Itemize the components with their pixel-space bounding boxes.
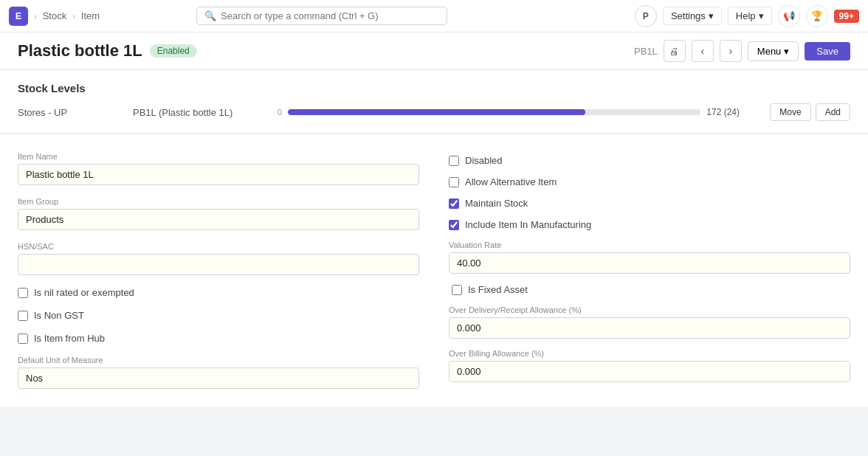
move-button[interactable]: Move (770, 103, 810, 121)
is-nil-rated-checkbox[interactable] (18, 288, 28, 298)
nav-right: P Settings ▾ Help ▾ 📢 🏆 99+ (635, 5, 859, 27)
include-manufacturing-label: Include Item In Manufacturing (465, 219, 591, 230)
is-nil-rated-row: Is nil rated or exempted (18, 287, 419, 298)
menu-chevron-icon: ▾ (784, 46, 789, 57)
search-bar[interactable]: 🔍 (196, 7, 447, 25)
help-button[interactable]: Help ▾ (728, 7, 772, 25)
is-non-gst-row: Is Non GST (18, 310, 419, 321)
stock-levels-title: Stock Levels (18, 82, 850, 94)
is-non-gst-label: Is Non GST (34, 310, 84, 321)
over-delivery-input[interactable] (449, 317, 850, 339)
maintain-stock-label: Maintain Stock (465, 198, 528, 209)
default-uom-label: Default Unit of Measure (18, 356, 419, 365)
search-input[interactable] (221, 10, 439, 21)
over-delivery-field: Over Delivery/Receipt Allowance (%) (449, 305, 850, 339)
hsn-sac-field: HSN/SAC (18, 242, 419, 275)
disabled-row: Disabled (449, 155, 850, 166)
form-left: Item Name Item Group HSN/SAC Is nil rate… (18, 152, 419, 389)
page-title-area: Plastic bottle 1L Enabled (18, 41, 197, 61)
nav-prev-icon[interactable]: ‹ (692, 40, 714, 62)
breadcrumb-sep-1: › (34, 12, 37, 21)
settings-button[interactable]: Settings ▾ (663, 7, 722, 25)
avatar-p-button[interactable]: P (635, 5, 657, 27)
is-fixed-asset-checkbox[interactable] (452, 285, 462, 295)
hsn-sac-input[interactable] (18, 254, 419, 275)
is-item-from-hub-row: Is Item from Hub (18, 333, 419, 344)
progress-value-label: 172 (24) (706, 107, 758, 117)
breadcrumb-stock[interactable]: Stock (43, 10, 67, 21)
app-icon[interactable]: E (9, 7, 28, 26)
stock-item-code: PB1L (Plastic bottle 1L) (133, 107, 266, 118)
item-name-field: Item Name (18, 152, 419, 185)
valuation-rate-field: Valuation Rate (449, 241, 850, 274)
is-nil-rated-label: Is nil rated or exempted (34, 287, 134, 298)
save-button[interactable]: Save (805, 42, 850, 61)
help-chevron-icon: ▾ (759, 10, 764, 21)
is-fixed-asset-label: Is Fixed Asset (468, 284, 528, 295)
menu-button[interactable]: Menu ▾ (748, 41, 799, 61)
form-area: Item Name Item Group HSN/SAC Is nil rate… (0, 134, 868, 407)
over-billing-input[interactable] (449, 361, 850, 382)
status-badge: Enabled (150, 44, 197, 58)
allow-alternative-label: Allow Alternative Item (465, 176, 557, 187)
over-billing-field: Over Billing Allowance (%) (449, 349, 850, 382)
stock-actions: Move Add (770, 103, 850, 121)
page-title: Plastic bottle 1L (18, 41, 142, 61)
header-actions: PB1L 🖨 ‹ › Menu ▾ Save (634, 40, 850, 62)
include-manufacturing-checkbox[interactable] (449, 220, 459, 230)
allow-alternative-row: Allow Alternative Item (449, 176, 850, 187)
maintain-stock-row: Maintain Stock (449, 198, 850, 209)
breadcrumb-item[interactable]: Item (81, 10, 100, 21)
maintain-stock-checkbox[interactable] (449, 198, 459, 209)
notification-badge[interactable]: 99+ (834, 10, 859, 23)
progress-bar (288, 109, 700, 115)
is-item-from-hub-checkbox[interactable] (18, 334, 28, 344)
item-group-label: Item Group (18, 197, 419, 206)
default-uom-input[interactable] (18, 367, 419, 389)
valuation-rate-input[interactable] (449, 252, 850, 274)
search-icon: 🔍 (204, 10, 216, 21)
over-delivery-label: Over Delivery/Receipt Allowance (%) (449, 305, 850, 314)
is-non-gst-checkbox[interactable] (18, 311, 28, 321)
is-item-from-hub-label: Is Item from Hub (34, 333, 105, 344)
breadcrumb-sep-2: › (72, 12, 75, 21)
default-uom-field: Default Unit of Measure (18, 356, 419, 389)
announcement-icon[interactable]: 📢 (778, 5, 800, 27)
page-header: Plastic bottle 1L Enabled PB1L 🖨 ‹ › Men… (0, 32, 868, 70)
print-icon[interactable]: 🖨 (664, 40, 686, 62)
nav-next-icon[interactable]: › (720, 40, 742, 62)
trophy-icon[interactable]: 🏆 (806, 5, 828, 27)
stock-row: Stores - UP PB1L (Plastic bottle 1L) 0 1… (18, 103, 850, 121)
stock-progress-area: 0 172 (24) (278, 107, 758, 117)
stock-levels-section: Stock Levels Stores - UP PB1L (Plastic b… (0, 70, 868, 134)
valuation-rate-label: Valuation Rate (449, 241, 850, 249)
item-group-field: Item Group (18, 197, 419, 230)
navbar: E › Stock › Item 🔍 P Settings ▾ Help ▾ 📢… (0, 0, 868, 32)
allow-alternative-checkbox[interactable] (449, 177, 459, 187)
over-billing-label: Over Billing Allowance (%) (449, 349, 850, 358)
item-name-label: Item Name (18, 152, 419, 161)
item-name-input[interactable] (18, 164, 419, 185)
progress-min-label: 0 (278, 108, 282, 117)
hsn-sac-label: HSN/SAC (18, 242, 419, 251)
is-fixed-asset-row: Is Fixed Asset (449, 284, 850, 295)
disabled-label: Disabled (465, 155, 503, 166)
stock-location: Stores - UP (18, 107, 121, 118)
doc-id: PB1L (634, 46, 658, 57)
add-button[interactable]: Add (816, 103, 850, 121)
item-group-input[interactable] (18, 209, 419, 230)
disabled-checkbox[interactable] (449, 156, 459, 166)
include-manufacturing-row: Include Item In Manufacturing (449, 219, 850, 230)
form-right: Disabled Allow Alternative Item Maintain… (449, 152, 850, 389)
main-content: Stock Levels Stores - UP PB1L (Plastic b… (0, 70, 868, 407)
settings-chevron-icon: ▾ (709, 10, 714, 21)
progress-fill (288, 109, 585, 115)
